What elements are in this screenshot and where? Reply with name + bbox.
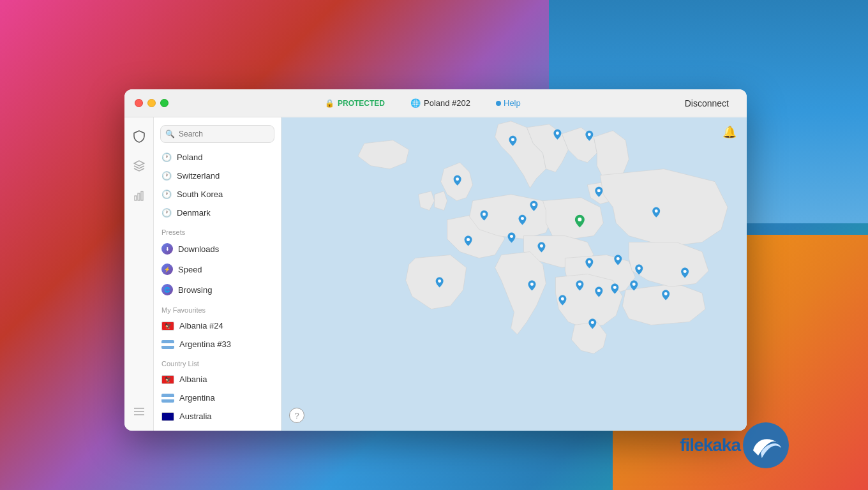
country-albania[interactable]: 🦅 Albania: [154, 370, 281, 389]
recent-item-denmark[interactable]: 🕐 Denmark: [154, 204, 281, 222]
preset-speed-icon: ⚡: [161, 264, 173, 275]
svg-point-25: [438, 279, 441, 283]
svg-point-11: [483, 212, 486, 216]
country-list-label: Country List: [154, 353, 281, 370]
help-button[interactable]: Help: [496, 98, 521, 108]
svg-point-12: [521, 217, 524, 220]
maximize-button[interactable]: [160, 99, 168, 107]
menu-nav-icon[interactable]: [130, 403, 148, 420]
recent-item-south-korea[interactable]: 🕐 South Korea: [154, 185, 281, 204]
clock-icon-south-korea: 🕐: [161, 189, 172, 199]
sidebar-list: 🔍 🕐 Poland 🕐 Switzerland 🕐 South Korea 🕐…: [154, 117, 281, 431]
svg-point-10: [456, 177, 459, 181]
map-svg: [281, 117, 747, 431]
recent-poland-label: Poland: [177, 152, 202, 162]
svg-point-31: [561, 297, 564, 301]
globe-icon: 🌐: [410, 98, 421, 108]
country-albania-label: Albania: [179, 375, 207, 384]
shield-nav-icon[interactable]: [130, 128, 148, 145]
server-info: 🌐 Poland #202: [410, 98, 470, 108]
recent-item-poland[interactable]: 🕐 Poland: [154, 148, 281, 167]
svg-point-18: [588, 260, 591, 264]
svg-point-7: [511, 138, 514, 141]
country-australia-label: Australia: [179, 412, 212, 421]
svg-point-22: [613, 286, 617, 289]
recent-south-korea-label: South Korea: [177, 189, 223, 199]
recent-denmark-label: Denmark: [177, 208, 211, 218]
svg-point-17: [597, 189, 601, 192]
watermark: filekaka: [680, 420, 791, 471]
flag-austria-list: [161, 431, 174, 431]
traffic-lights: [135, 99, 168, 107]
preset-downloads-label: Downloads: [178, 244, 219, 254]
search-wrapper: 🔍: [160, 125, 274, 143]
recent-item-switzerland[interactable]: 🕐 Switzerland: [154, 167, 281, 185]
main-content: 🔍 🕐 Poland 🕐 Switzerland 🕐 South Korea 🕐…: [124, 117, 747, 431]
help-label: Help: [504, 98, 521, 108]
watermark-text: filekaka: [680, 435, 740, 456]
flag-argentina: [161, 340, 174, 349]
title-center: 🔒 PROTECTED 🌐 Poland #202 Help: [168, 98, 677, 108]
favourites-section-label: My Favourites: [154, 300, 281, 316]
recent-switzerland-label: Switzerland: [177, 171, 220, 181]
protected-badge: 🔒 PROTECTED: [325, 99, 385, 108]
flag-albania: 🦅: [161, 322, 174, 330]
lock-icon: 🔒: [325, 99, 334, 108]
svg-point-8: [556, 131, 559, 135]
country-austria-label: Austria: [179, 430, 205, 431]
clock-icon-switzerland: 🕐: [161, 171, 172, 181]
clock-icon-denmark: 🕐: [161, 208, 172, 218]
presets-section-label: Presets: [154, 222, 281, 239]
layers-nav-icon[interactable]: [130, 157, 148, 175]
country-austria[interactable]: Austria: [154, 426, 281, 431]
svg-rect-0: [135, 196, 137, 200]
search-input[interactable]: [160, 125, 274, 143]
preset-speed[interactable]: ⚡ Speed: [154, 259, 281, 279]
fav-argentina[interactable]: Argentina #33: [154, 335, 281, 353]
svg-point-26: [664, 292, 668, 295]
preset-browsing[interactable]: 🌐 Browsing: [154, 279, 281, 300]
stats-nav-icon[interactable]: [130, 186, 148, 204]
svg-rect-1: [138, 193, 140, 200]
server-label: Poland #202: [424, 98, 470, 108]
search-icon: 🔍: [165, 130, 175, 138]
protected-label: PROTECTED: [338, 99, 385, 108]
fav-argentina-label: Argentina #33: [179, 339, 231, 349]
search-box: 🔍: [154, 117, 281, 148]
svg-point-29: [638, 267, 641, 270]
minimize-button[interactable]: [147, 99, 156, 107]
preset-speed-label: Speed: [178, 265, 202, 274]
svg-point-19: [617, 257, 620, 260]
clock-icon-poland: 🕐: [161, 152, 172, 162]
svg-point-30: [532, 203, 535, 206]
watermark-bird-icon: [740, 420, 791, 471]
svg-point-15: [540, 244, 543, 248]
flag-argentina-list: [161, 394, 174, 403]
help-dot: [496, 101, 501, 106]
disconnect-button[interactable]: Disconnect: [677, 94, 737, 112]
svg-point-16: [510, 235, 513, 238]
svg-point-23: [632, 283, 636, 286]
fav-albania-label: Albania #24: [179, 321, 223, 330]
svg-point-21: [597, 289, 601, 292]
svg-point-28: [591, 321, 594, 324]
svg-rect-2: [141, 191, 143, 200]
notification-bell[interactable]: 🔔: [722, 125, 737, 139]
flag-australia-list: [161, 412, 174, 421]
svg-point-24: [530, 283, 534, 286]
country-argentina[interactable]: Argentina: [154, 389, 281, 407]
flag-albania-list: 🦅: [161, 375, 174, 384]
country-australia[interactable]: Australia: [154, 407, 281, 426]
preset-downloads[interactable]: ⬇ Downloads: [154, 239, 281, 259]
svg-point-20: [578, 283, 581, 286]
map-area: 🔔: [281, 117, 747, 431]
map-help-button[interactable]: ?: [289, 408, 304, 423]
preset-browsing-label: Browsing: [178, 285, 212, 295]
svg-point-13: [467, 238, 470, 241]
app-window: 🔒 PROTECTED 🌐 Poland #202 Help Disconnec…: [124, 89, 747, 431]
country-argentina-label: Argentina: [179, 393, 215, 403]
svg-point-9: [588, 133, 591, 136]
fav-albania[interactable]: 🦅 Albania #24: [154, 316, 281, 335]
close-button[interactable]: [135, 99, 143, 107]
sidebar-icons: [124, 117, 154, 431]
